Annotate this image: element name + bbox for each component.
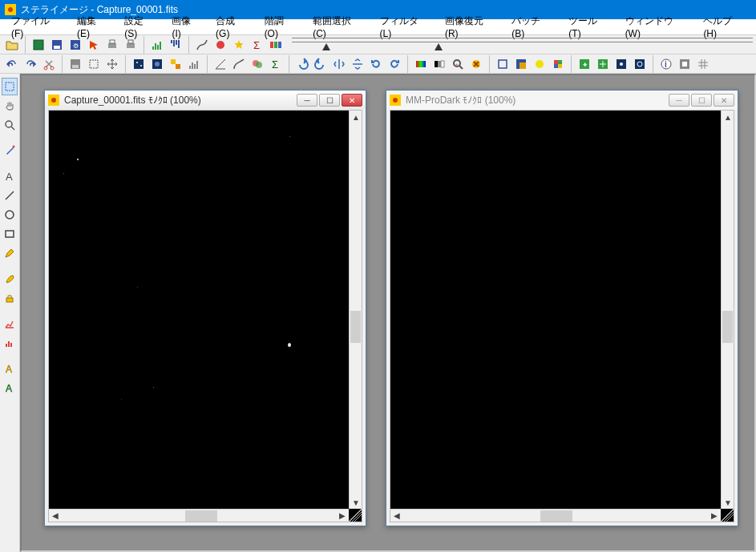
color-balance-icon[interactable] <box>249 55 266 73</box>
auto-level-icon[interactable] <box>230 55 248 73</box>
composite-2-icon[interactable] <box>148 55 166 73</box>
flip-h-icon[interactable] <box>330 55 348 73</box>
menu-window[interactable]: ウィンドウ(W) <box>617 13 696 41</box>
levels-icon[interactable] <box>212 55 229 73</box>
rect-tool-icon[interactable] <box>2 225 18 243</box>
pen-tool-icon[interactable] <box>2 244 18 262</box>
cut-icon[interactable] <box>40 55 58 73</box>
save-icon[interactable] <box>48 36 66 54</box>
grid-icon[interactable] <box>694 55 712 73</box>
vscrollbar[interactable]: ▲ ▼ <box>721 111 734 509</box>
cancel-op-icon[interactable] <box>467 55 485 73</box>
arrow-icon[interactable] <box>85 36 103 54</box>
sigma-clip-icon[interactable]: Σ <box>267 55 285 73</box>
rotate-ccw-icon[interactable] <box>386 55 403 73</box>
ruler-marker-right[interactable] <box>435 43 443 50</box>
menu-tool[interactable]: ツール(T) <box>560 13 617 41</box>
ruler-marker-left[interactable] <box>322 43 330 50</box>
menu-help[interactable]: ヘルプ(H) <box>695 13 753 41</box>
scroll-right-icon[interactable]: ▶ <box>336 510 349 522</box>
scroll-right-icon[interactable]: ▶ <box>708 510 721 522</box>
color-tool-icon[interactable] <box>2 289 18 307</box>
mask-icon[interactable] <box>676 55 693 73</box>
minimize-button[interactable]: ─ <box>297 94 317 107</box>
mosaic-icon[interactable] <box>167 55 184 73</box>
scroll-up-icon[interactable]: ▲ <box>350 111 362 123</box>
sharpen-icon[interactable]: + <box>449 55 467 73</box>
gradient-icon[interactable] <box>412 55 430 73</box>
new-icon[interactable] <box>30 36 47 54</box>
scroll-thumb[interactable] <box>540 510 572 522</box>
annotation-icon[interactable]: A <box>2 360 18 377</box>
maximize-button[interactable]: ☐ <box>319 94 340 107</box>
star-icon[interactable] <box>230 36 248 54</box>
window-capture-titlebar[interactable]: Capture_00001.fits ﾓﾉｸﾛ (100%) ─ ☐ ✕ <box>45 91 366 110</box>
window-capture-image[interactable]: ▲ ▼ ◀ ▶ <box>48 110 362 522</box>
close-button[interactable]: ✕ <box>714 94 734 107</box>
select-rect-icon[interactable] <box>85 55 103 73</box>
text-tool-icon[interactable]: A <box>2 167 18 185</box>
flip-v-icon[interactable] <box>349 55 366 73</box>
scroll-left-icon[interactable]: ◀ <box>49 510 62 522</box>
open-icon[interactable] <box>3 36 21 54</box>
measure-icon[interactable]: ✦ <box>576 55 593 73</box>
highlight-icon[interactable] <box>531 55 548 73</box>
false-color-icon[interactable] <box>431 55 448 73</box>
sigma-icon[interactable]: Σ <box>249 36 266 54</box>
tone-curve-icon[interactable] <box>185 55 203 73</box>
scroll-left-icon[interactable]: ◀ <box>390 510 403 522</box>
circle-tool-icon[interactable] <box>2 206 18 224</box>
palette-icon[interactable] <box>549 55 567 73</box>
histogram-tool-icon[interactable] <box>2 334 18 352</box>
scroll-thumb[interactable] <box>722 311 733 343</box>
resize-grip[interactable] <box>349 509 362 522</box>
window-prodark-titlebar[interactable]: MM-ProDark ﾓﾉｸﾛ (100%) ─ ☐ ✕ <box>386 91 738 110</box>
label-tool-icon[interactable]: A <box>2 379 18 397</box>
crop-icon[interactable] <box>494 55 511 73</box>
color-adjust-icon[interactable] <box>212 36 229 54</box>
composite-1-icon[interactable] <box>130 55 148 73</box>
graph-tool-icon[interactable] <box>2 315 18 332</box>
line-tool-icon[interactable] <box>2 187 18 204</box>
print-preview-icon[interactable] <box>122 36 139 54</box>
maximize-button[interactable]: ☐ <box>691 94 712 107</box>
hscrollbar[interactable]: ◀ ▶ <box>49 509 349 522</box>
zoom-tool-icon[interactable] <box>2 116 18 134</box>
ruler[interactable] <box>292 38 753 54</box>
histogram-icon[interactable] <box>148 36 166 54</box>
minimize-button[interactable]: ─ <box>669 94 689 107</box>
save-settings-icon[interactable]: ⚙ <box>67 36 84 54</box>
level-curve-icon[interactable] <box>193 36 211 54</box>
channel-icon[interactable] <box>512 55 530 73</box>
scroll-up-icon[interactable]: ▲ <box>722 111 734 123</box>
vscrollbar[interactable]: ▲ ▼ <box>349 111 362 509</box>
rotate-cw-icon[interactable] <box>367 55 385 73</box>
resize-grip[interactable] <box>721 509 734 522</box>
move-tool-icon[interactable] <box>103 55 121 73</box>
brush-tool-icon[interactable] <box>2 270 18 288</box>
blink-icon[interactable] <box>612 55 630 73</box>
print-icon[interactable] <box>103 36 121 54</box>
redo-icon[interactable] <box>22 55 39 73</box>
rotate-right-icon[interactable] <box>312 55 329 73</box>
photometry-icon[interactable] <box>631 55 649 73</box>
menu-restore[interactable]: 画像復元(R) <box>437 13 503 41</box>
scroll-thumb[interactable] <box>185 510 217 522</box>
scroll-down-icon[interactable]: ▼ <box>722 496 734 509</box>
image-info-icon[interactable]: i <box>657 55 675 73</box>
histogram-flip-icon[interactable] <box>167 36 184 54</box>
menu-range[interactable]: 範囲選択(C) <box>305 13 371 41</box>
rgb-separate-icon[interactable] <box>267 36 285 54</box>
eyedropper-icon[interactable] <box>2 142 18 159</box>
hand-tool-icon[interactable] <box>2 97 18 115</box>
menu-filter[interactable]: フィルタ(L) <box>372 13 437 41</box>
undo-icon[interactable] <box>3 55 21 73</box>
menu-batch[interactable]: バッチ(B) <box>503 13 560 41</box>
save-gray-icon[interactable] <box>67 55 84 73</box>
select-tool-icon[interactable] <box>2 78 18 95</box>
hscrollbar[interactable]: ◀ ▶ <box>390 509 721 522</box>
astrometry-icon[interactable] <box>594 55 612 73</box>
scroll-thumb[interactable] <box>350 311 361 343</box>
close-button[interactable]: ✕ <box>342 94 362 107</box>
scroll-down-icon[interactable]: ▼ <box>350 496 362 509</box>
